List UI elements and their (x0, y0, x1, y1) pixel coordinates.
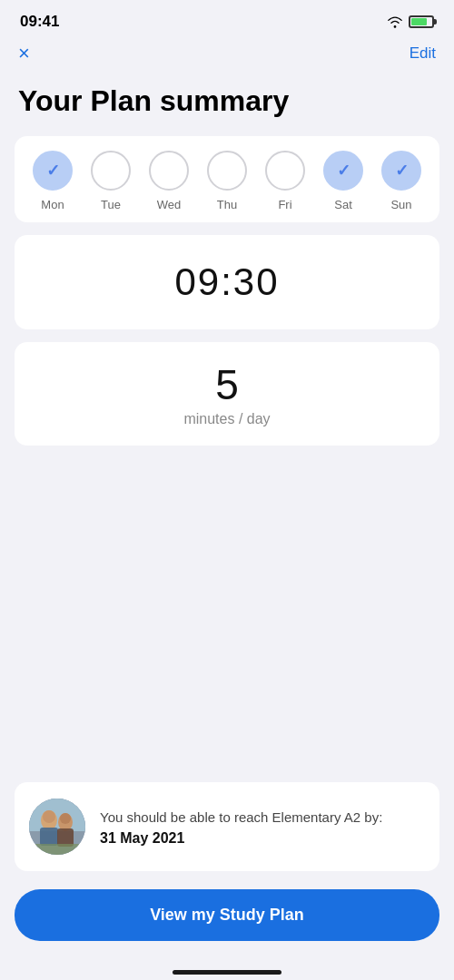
day-label-thu: Thu (217, 198, 237, 211)
page-title: Your Plan summary (0, 74, 454, 136)
day-label-fri: Fri (278, 198, 291, 211)
status-bar: 09:41 (0, 0, 454, 36)
home-bar (173, 970, 281, 975)
goal-date: 31 May 2021 (100, 830, 425, 847)
status-icons (387, 15, 434, 28)
day-circle-wed[interactable]: ✓ (149, 151, 189, 191)
day-label-wed: Wed (157, 198, 182, 211)
svg-rect-1 (29, 799, 85, 831)
day-item-sat[interactable]: ✓ Sat (314, 151, 372, 211)
edit-button[interactable]: Edit (410, 44, 436, 63)
battery-icon (409, 15, 434, 28)
svg-point-6 (60, 813, 71, 824)
day-circle-sun[interactable]: ✓ (381, 151, 421, 191)
day-item-wed[interactable]: ✓ Wed (140, 151, 198, 211)
day-item-fri[interactable]: ✓ Fri (256, 151, 314, 211)
day-circle-mon[interactable]: ✓ (33, 151, 73, 191)
avatar-image (29, 799, 85, 855)
day-item-mon[interactable]: ✓ Mon (24, 151, 82, 211)
day-circle-tue[interactable]: ✓ (91, 151, 131, 191)
goal-card: You should be able to reach Elementary A… (15, 782, 439, 871)
days-row: ✓ Mon ✓ Tue ✓ Wed ✓ Thu (24, 151, 430, 211)
time-display: 09:30 (174, 260, 279, 303)
avatar (29, 799, 85, 855)
time-card[interactable]: 09:30 (15, 235, 439, 329)
day-label-tue: Tue (101, 198, 121, 211)
day-label-sun: Sun (390, 198, 411, 211)
cta-container: View my Study Plan (0, 889, 454, 959)
status-time: 09:41 (20, 13, 59, 31)
spacer (0, 458, 454, 782)
day-circle-fri[interactable]: ✓ (265, 151, 305, 191)
goal-description: You should be able to reach Elementary A… (100, 808, 425, 827)
wifi-icon (387, 15, 403, 28)
day-item-thu[interactable]: ✓ Thu (198, 151, 256, 211)
svg-rect-8 (29, 844, 85, 855)
svg-point-3 (43, 810, 55, 823)
day-item-sun[interactable]: ✓ Sun (372, 151, 430, 211)
svg-rect-4 (40, 828, 58, 846)
day-item-tue[interactable]: ✓ Tue (82, 151, 140, 211)
day-circle-thu[interactable]: ✓ (207, 151, 247, 191)
day-label-mon: Mon (41, 198, 64, 211)
close-button[interactable]: × (18, 44, 30, 64)
nav-bar: × Edit (0, 36, 454, 74)
duration-unit: minutes / day (29, 411, 425, 427)
check-mon: ✓ (46, 161, 60, 181)
view-study-plan-button[interactable]: View my Study Plan (15, 889, 439, 941)
check-sat: ✓ (337, 161, 350, 181)
duration-card[interactable]: 5 minutes / day (15, 342, 439, 446)
days-card: ✓ Mon ✓ Tue ✓ Wed ✓ Thu (15, 136, 439, 222)
home-indicator (0, 959, 454, 980)
goal-text: You should be able to reach Elementary A… (100, 808, 425, 847)
check-sun: ✓ (395, 161, 409, 181)
duration-number: 5 (29, 364, 425, 406)
day-circle-sat[interactable]: ✓ (323, 151, 363, 191)
battery-fill (411, 18, 427, 25)
day-label-sat: Sat (334, 198, 352, 211)
